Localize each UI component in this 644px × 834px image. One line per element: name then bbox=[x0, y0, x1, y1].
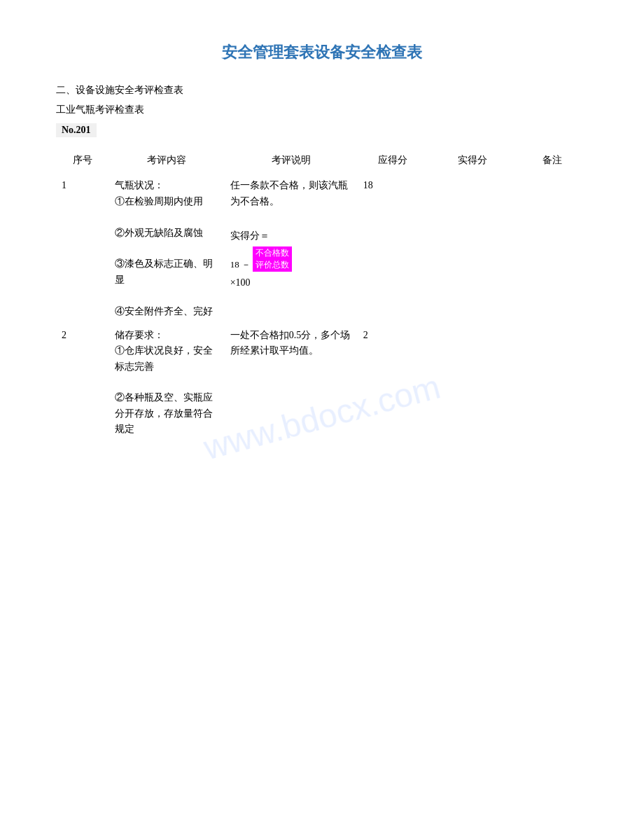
row1-score: 18 bbox=[358, 174, 428, 324]
row1-content-title: 气瓶状况： bbox=[115, 178, 219, 193]
row2-desc: 一处不合格扣0.5分，多个场所经累计取平均值。 bbox=[225, 324, 358, 442]
header-score: 应得分 bbox=[358, 148, 428, 174]
sub-heading: 工业气瓶考评检查表 bbox=[56, 104, 588, 116]
row1-content-item1: ①在检验周期内使用 bbox=[115, 194, 219, 209]
row1-formula-fraction: 18 － 不合格数评价总数 bbox=[230, 246, 352, 272]
row1-actual bbox=[428, 174, 517, 324]
row2-content-item1: ①仓库状况良好，安全标志完善 bbox=[115, 343, 219, 375]
row2-num: 2 bbox=[56, 324, 109, 442]
row2-score: 2 bbox=[358, 324, 428, 442]
row2-desc-text: 一处不合格扣0.5分，多个场所经累计取平均值。 bbox=[230, 328, 352, 359]
row1-content-item3: ③漆色及标志正确、明显 bbox=[115, 256, 219, 288]
row1-formula-multiply: ×100 bbox=[230, 275, 352, 291]
section-heading: 二、设备设施安全考评检查表 bbox=[56, 84, 588, 97]
main-table: 序号 考评内容 考评说明 应得分 实得分 备注 1 气瓶状况： ①在检验周期内使… bbox=[56, 148, 588, 442]
row1-content: 气瓶状况： ①在检验周期内使用 ②外观无缺陷及腐蚀 ③漆色及标志正确、明显 ④安… bbox=[109, 174, 225, 324]
header-remark: 备注 bbox=[517, 148, 588, 174]
highlight-top: 不合格数评价总数 bbox=[253, 246, 292, 272]
page-title: 安全管理套表设备安全检查表 bbox=[56, 42, 588, 63]
fraction-number: 18 － bbox=[230, 259, 253, 270]
row2-content-item2: ②各种瓶及空、实瓶应分开存放，存放量符合规定 bbox=[115, 390, 219, 437]
header-actual: 实得分 bbox=[428, 148, 517, 174]
row1-num: 1 bbox=[56, 174, 109, 324]
header-desc: 考评说明 bbox=[225, 148, 358, 174]
row1-content-item2: ②外观无缺陷及腐蚀 bbox=[115, 225, 219, 241]
table-row: 1 气瓶状况： ①在检验周期内使用 ②外观无缺陷及腐蚀 ③漆色及标志正确、明显 … bbox=[56, 174, 588, 324]
table-header-row: 序号 考评内容 考评说明 应得分 实得分 备注 bbox=[56, 148, 588, 174]
header-num: 序号 bbox=[56, 148, 109, 174]
row2-actual bbox=[428, 324, 517, 442]
table-number: No.201 bbox=[56, 123, 97, 137]
table-row: 2 储存要求： ①仓库状况良好，安全标志完善 ②各种瓶及空、实瓶应分开存放，存放… bbox=[56, 324, 588, 442]
row1-formula-prefix: 实得分＝ bbox=[230, 228, 352, 244]
row1-desc-text: 任一条款不合格，则该汽瓶为不合格。 bbox=[230, 178, 352, 209]
row2-remark bbox=[517, 324, 588, 442]
row1-remark bbox=[517, 174, 588, 324]
header-content: 考评内容 bbox=[109, 148, 225, 174]
row1-content-item4: ④安全附件齐全、完好 bbox=[115, 304, 219, 319]
row1-desc: 任一条款不合格，则该汽瓶为不合格。 实得分＝ 18 － 不合格数评价总数 ×10… bbox=[225, 174, 358, 324]
row2-content: 储存要求： ①仓库状况良好，安全标志完善 ②各种瓶及空、实瓶应分开存放，存放量符… bbox=[109, 324, 225, 442]
row2-content-title: 储存要求： bbox=[115, 328, 219, 343]
